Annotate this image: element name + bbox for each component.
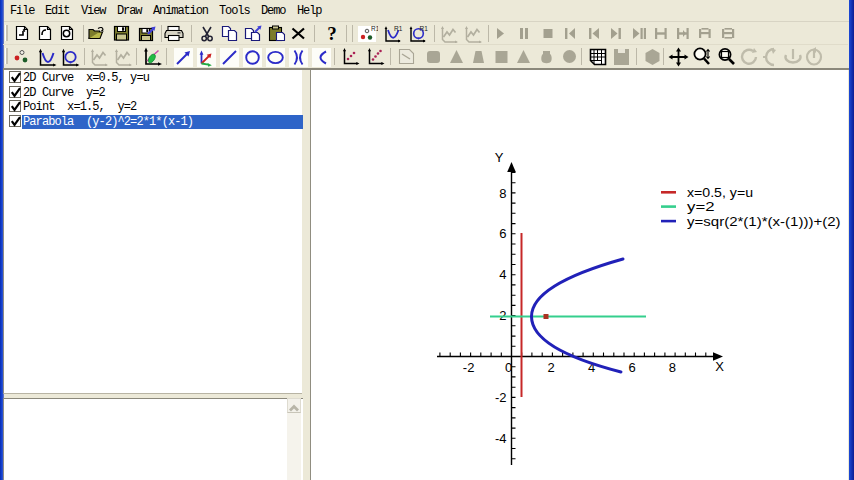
svg-text:8: 8	[499, 186, 506, 201]
svg-text:-2: -2	[463, 360, 475, 375]
svg-text:-4: -4	[495, 431, 507, 446]
svg-text:6: 6	[499, 226, 506, 241]
svg-text:y=2: y=2	[687, 199, 715, 214]
svg-text:R1: R1	[371, 25, 378, 32]
svg-text:0: 0	[505, 360, 512, 375]
svg-text:Y: Y	[495, 150, 504, 165]
svg-text:R1: R1	[394, 25, 403, 32]
svg-text:?: ?	[327, 24, 337, 43]
svg-text:6: 6	[628, 360, 635, 375]
svg-text:y=sqr(2*(1)*(x-(1)))+(2): y=sqr(2*(1)*(x-(1)))+(2)	[687, 214, 841, 229]
svg-text:8: 8	[669, 360, 676, 375]
svg-text:X: X	[715, 359, 724, 374]
svg-text:4: 4	[499, 267, 506, 282]
svg-text:-2: -2	[495, 390, 507, 405]
svg-text:R1: R1	[420, 25, 429, 32]
svg-text:2: 2	[547, 360, 554, 375]
svg-text:x=0.5, y=u: x=0.5, y=u	[687, 185, 753, 200]
